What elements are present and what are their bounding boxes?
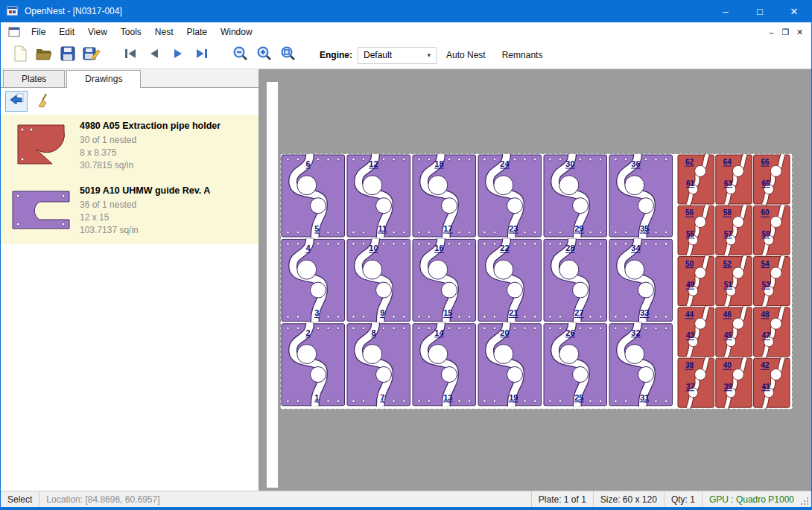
new-button[interactable] (8, 44, 32, 66)
svg-text:21: 21 (509, 308, 518, 317)
mdi-restore-button[interactable]: ❐ (778, 25, 793, 39)
nested-part-pair[interactable]: 5655 (678, 205, 714, 255)
nested-part-pair[interactable]: 2423 (478, 154, 542, 238)
svg-text:48: 48 (761, 310, 770, 319)
save-as-button[interactable] (80, 44, 104, 66)
nested-part-pair[interactable]: 3837 (678, 357, 714, 408)
nested-part-pair[interactable]: 5453 (754, 256, 790, 307)
app-icon[interactable] (7, 5, 19, 17)
svg-text:5: 5 (314, 224, 319, 233)
mdi-minimize-button[interactable]: – (764, 25, 778, 39)
open-button[interactable] (32, 44, 56, 66)
last-arrow-icon (194, 47, 209, 63)
nested-part-pair[interactable]: 21 (282, 323, 345, 407)
nested-part-pair[interactable]: 3029 (544, 154, 607, 238)
nested-part-pair[interactable]: 4039 (716, 357, 752, 408)
svg-text:59: 59 (762, 230, 771, 238)
nest-canvas[interactable]: 6512111817242330293635431091615222128273… (259, 69, 811, 491)
nested-part-pair[interactable]: 3635 (609, 154, 673, 238)
engine-select[interactable]: Default ▾ (358, 47, 437, 64)
svg-text:11: 11 (378, 224, 387, 233)
menu-plate[interactable]: Plate (180, 23, 214, 41)
nested-part-pair[interactable]: 1615 (413, 238, 476, 322)
nested-part-pair[interactable]: 4443 (678, 307, 714, 357)
nested-part-pair[interactable]: 6463 (716, 154, 752, 205)
auto-nest-button[interactable]: Auto Nest (440, 46, 492, 64)
svg-text:8: 8 (371, 328, 375, 337)
close-button[interactable]: ✕ (777, 0, 811, 22)
drawing-item[interactable]: 4980 A05 Extraction pipe holder 30 of 1 … (1, 115, 258, 179)
menu-file[interactable]: File (25, 23, 52, 41)
nav-next-button[interactable] (166, 44, 190, 66)
nav-prev-button[interactable] (142, 44, 166, 66)
zoom-in-button[interactable] (253, 44, 276, 66)
nested-part-pair[interactable]: 5857 (716, 205, 752, 255)
nested-part-pair[interactable]: 65 (282, 154, 345, 238)
next-arrow-icon (171, 47, 185, 63)
nested-part-pair[interactable]: 43 (282, 238, 345, 322)
svg-text:23: 23 (509, 224, 518, 233)
menu-nest[interactable]: Nest (148, 23, 180, 41)
nested-part-pair[interactable]: 3433 (609, 238, 673, 322)
nested-part-pair[interactable]: 5251 (716, 256, 752, 307)
nested-part-pair[interactable]: 2019 (478, 323, 542, 407)
nested-part-pair[interactable]: 2827 (544, 238, 607, 322)
svg-text:49: 49 (686, 281, 695, 289)
import-arrow-icon (8, 92, 25, 110)
svg-text:42: 42 (761, 361, 770, 369)
tab-plates[interactable]: Plates (3, 70, 65, 87)
menu-edit[interactable]: Edit (52, 23, 81, 41)
tab-drawings[interactable]: Drawings (66, 70, 141, 88)
nest-svg: 6512111817242330293635431091615222128273… (280, 153, 793, 409)
nested-part-pair[interactable]: 6665 (754, 154, 790, 205)
zoom-fit-button[interactable] (276, 44, 300, 66)
menu-view[interactable]: View (81, 23, 114, 41)
mdi-close-button[interactable]: ✕ (793, 25, 807, 39)
maximize-button[interactable]: □ (743, 0, 777, 22)
svg-text:38: 38 (685, 361, 694, 369)
remnants-button[interactable]: Remnants (495, 46, 550, 64)
svg-text:36: 36 (631, 159, 640, 168)
status-plate: Plate: 1 of 1 (531, 491, 593, 507)
open-folder-icon (35, 45, 53, 65)
nested-part-pair[interactable]: 1211 (347, 154, 410, 238)
nested-part-pair[interactable]: 2625 (544, 323, 607, 407)
nested-part-pair[interactable]: 1817 (413, 154, 476, 238)
resize-grip[interactable] (801, 491, 811, 507)
svg-text:19: 19 (509, 393, 518, 402)
menu-window[interactable]: Window (214, 23, 259, 41)
svg-text:15: 15 (443, 308, 452, 317)
nested-part-pair[interactable]: 6261 (678, 154, 714, 205)
nav-first-button[interactable] (118, 44, 142, 66)
minimize-button[interactable]: – (708, 0, 743, 22)
svg-text:28: 28 (565, 243, 574, 252)
svg-text:46: 46 (723, 310, 732, 319)
nested-part-pair[interactable]: 4645 (716, 307, 752, 357)
svg-text:18: 18 (434, 159, 443, 168)
import-drawing-button[interactable] (5, 91, 28, 112)
svg-text:33: 33 (640, 308, 649, 317)
nav-last-button[interactable] (190, 44, 214, 66)
nested-part-pair[interactable]: 1413 (413, 323, 476, 407)
nested-part-pair[interactable]: 5049 (678, 256, 714, 307)
zoom-out-button[interactable] (229, 44, 253, 66)
menu-tools[interactable]: Tools (114, 23, 148, 41)
document-icon[interactable] (8, 27, 20, 37)
status-mode: Select (1, 491, 39, 507)
nested-part-pair[interactable]: 4847 (754, 307, 790, 357)
svg-text:52: 52 (723, 260, 732, 268)
save-button[interactable] (56, 44, 80, 66)
nested-part-pair[interactable]: 109 (347, 238, 410, 322)
nested-part-pair[interactable]: 6059 (754, 205, 790, 255)
nested-part-pair[interactable]: 2221 (478, 238, 542, 322)
drawing-item[interactable]: 5019 A10 UHMW guide Rev. A 36 of 1 neste… (1, 179, 258, 244)
svg-text:31: 31 (640, 393, 649, 402)
plate[interactable]: 6512111817242330293635431091615222128273… (280, 153, 793, 409)
nested-part-pair[interactable]: 3231 (609, 323, 673, 407)
clear-drawings-button[interactable] (34, 91, 56, 112)
sidebar: Plates Drawings (1, 69, 259, 491)
new-file-icon (12, 45, 28, 66)
nested-part-pair[interactable]: 4241 (754, 357, 790, 408)
svg-text:47: 47 (762, 331, 771, 340)
nested-part-pair[interactable]: 87 (347, 323, 410, 407)
